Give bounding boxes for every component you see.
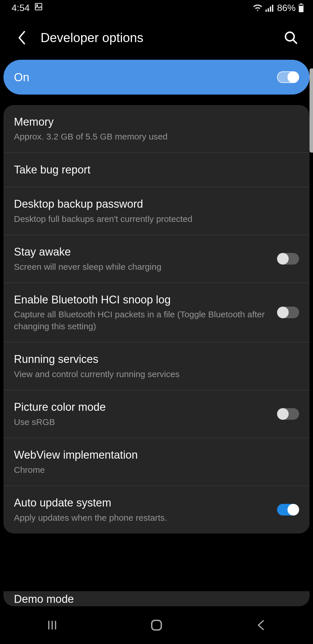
app-bar: Developer options	[0, 24, 313, 52]
nav-home[interactable]	[139, 616, 174, 634]
item-title: Picture color mode	[14, 400, 271, 414]
nav-bar	[0, 606, 313, 644]
item-memory[interactable]: Memory Approx. 3.2 GB of 5.5 GB memory u…	[3, 105, 310, 153]
item-title: Enable Bluetooth HCI snoop log	[14, 293, 271, 307]
item-desktopbackup[interactable]: Desktop backup password Desktop full bac…	[3, 187, 310, 235]
item-picturecolor[interactable]: Picture color mode Use sRGB	[3, 390, 310, 438]
item-title: Demo mode	[14, 595, 74, 603]
master-toggle-label: On	[14, 71, 277, 84]
nav-recents[interactable]	[35, 616, 70, 634]
item-title: WebView implementation	[14, 448, 293, 462]
item-sub: Screen will never sleep while charging	[14, 261, 271, 273]
wifi-icon	[253, 4, 263, 12]
svg-rect-3	[267, 8, 269, 12]
item-title: Memory	[14, 115, 293, 129]
item-sub: Use sRGB	[14, 416, 271, 428]
item-bugreport[interactable]: Take bug report	[3, 153, 310, 187]
svg-rect-6	[300, 3, 302, 4]
master-toggle-switch[interactable]	[277, 71, 299, 83]
svg-point-1	[37, 5, 38, 6]
svg-rect-13	[152, 621, 161, 630]
svg-rect-8	[299, 5, 303, 6]
master-toggle-card[interactable]: On	[3, 60, 310, 95]
item-btsnoop[interactable]: Enable Bluetooth HCI snoop log Capture a…	[3, 283, 310, 342]
item-sub: Desktop full backups aren't currently pr…	[14, 213, 293, 225]
toggle-picturecolor[interactable]	[277, 408, 299, 420]
status-time: 4:54	[12, 3, 30, 13]
signal-icon	[265, 4, 274, 12]
item-title: Auto update system	[14, 496, 271, 510]
item-title: Desktop backup password	[14, 197, 293, 211]
item-demo-peek[interactable]: Demo mode	[3, 591, 310, 606]
item-webview[interactable]: WebView implementation Chrome	[3, 438, 310, 486]
item-runningservices[interactable]: Running services View and control curren…	[3, 342, 310, 390]
scrollbar[interactable]	[310, 68, 313, 153]
toggle-btsnoop[interactable]	[277, 307, 299, 318]
toggle-stayawake[interactable]	[277, 253, 299, 265]
item-sub: Approx. 3.2 GB of 5.5 GB memory used	[14, 131, 293, 143]
item-sub: Chrome	[14, 464, 293, 476]
svg-rect-4	[270, 7, 271, 12]
page-title: Developer options	[41, 30, 272, 45]
search-button[interactable]	[283, 30, 299, 46]
screenshot-icon	[34, 2, 43, 13]
svg-rect-5	[272, 5, 273, 12]
back-button[interactable]	[14, 30, 30, 46]
toggle-autoupdate[interactable]	[277, 504, 299, 515]
item-title: Stay awake	[14, 245, 271, 259]
svg-rect-2	[265, 10, 267, 12]
item-sub: Capture all Bluetooth HCI packets in a f…	[14, 309, 271, 332]
status-bar: 4:54 86%	[0, 0, 313, 16]
item-stayawake[interactable]: Stay awake Screen will never sleep while…	[3, 235, 310, 283]
item-title: Running services	[14, 352, 293, 366]
settings-list: Memory Approx. 3.2 GB of 5.5 GB memory u…	[3, 105, 310, 533]
item-title: Take bug report	[14, 163, 293, 177]
battery-pct: 86%	[277, 3, 296, 13]
nav-back[interactable]	[243, 616, 278, 634]
item-autoupdate[interactable]: Auto update system Apply updates when th…	[3, 486, 310, 533]
item-sub: Apply updates when the phone restarts.	[14, 512, 271, 524]
item-sub: View and control currently running servi…	[14, 368, 293, 380]
battery-icon	[299, 3, 304, 12]
